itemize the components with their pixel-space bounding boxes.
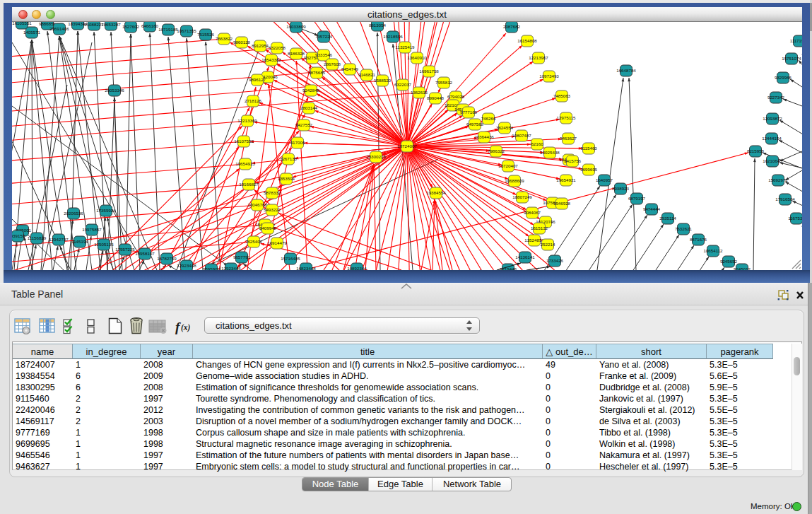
svg-text:2867608: 2867608	[324, 62, 341, 66]
svg-text:1615132: 1615132	[531, 226, 548, 230]
svg-text:7485063: 7485063	[553, 93, 571, 98]
svg-text:15692971: 15692971	[768, 177, 788, 182]
svg-text:10046768: 10046768	[247, 202, 267, 207]
svg-text:7357224: 7357224	[315, 34, 333, 39]
svg-text:15720407: 15720407	[498, 163, 518, 168]
svg-text:17916504: 17916504	[775, 197, 795, 201]
svg-text:8938923: 8938923	[612, 186, 630, 191]
svg-text:1733426: 1733426	[546, 258, 564, 263]
svg-text:19975857: 19975857	[82, 227, 102, 232]
svg-text:252214: 252214	[541, 242, 555, 247]
svg-text:11325419: 11325419	[395, 45, 415, 49]
svg-text:9595909: 9595909	[203, 267, 220, 270]
svg-text:10654112: 10654112	[703, 248, 723, 253]
svg-text:15716485: 15716485	[281, 256, 300, 261]
svg-text:9777169: 9777169	[460, 110, 478, 115]
svg-text:20053346: 20053346	[105, 88, 124, 93]
svg-text:12213369: 12213369	[237, 118, 257, 123]
svg-text:10807487: 10807487	[512, 133, 531, 138]
svg-text:17957225: 17957225	[115, 247, 135, 252]
svg-text:9245012: 9245012	[734, 267, 751, 270]
svg-text:11171954: 11171954	[790, 38, 802, 43]
svg-text:10688609: 10688609	[505, 178, 524, 183]
svg-text:16154808: 16154808	[517, 38, 537, 43]
svg-text:20691406: 20691406	[49, 26, 69, 31]
svg-text:1405571: 1405571	[23, 30, 41, 35]
svg-text:1353594: 1353594	[278, 176, 295, 181]
svg-text:7515526: 7515526	[197, 32, 215, 37]
svg-text:15751074: 15751074	[782, 56, 801, 61]
svg-text:9084067: 9084067	[524, 210, 541, 215]
svg-text:9657791: 9657791	[233, 255, 251, 259]
svg-text:19384554: 19384554	[426, 190, 446, 195]
svg-text:16914479: 16914479	[267, 240, 287, 245]
svg-text:16782759: 16782759	[157, 256, 177, 261]
svg-text:8186328: 8186328	[288, 51, 305, 56]
svg-text:10719185: 10719185	[158, 27, 178, 32]
svg-text:9860128: 9860128	[233, 40, 251, 45]
svg-text:10671355: 10671355	[177, 28, 196, 33]
svg-text:12975115: 12975115	[556, 115, 576, 120]
svg-text:f: f	[175, 320, 181, 334]
svg-text:(x): (x)	[181, 323, 191, 332]
svg-text:20206536: 20206536	[64, 211, 83, 216]
svg-text:20364436: 20364436	[474, 134, 494, 139]
svg-text:19166827: 19166827	[239, 182, 259, 187]
svg-text:8912954: 8912954	[252, 43, 269, 48]
svg-text:9227342: 9227342	[767, 95, 785, 100]
svg-text:417006: 417006	[290, 140, 305, 145]
svg-text:9115460: 9115460	[580, 146, 597, 151]
svg-text:7663822: 7663822	[216, 36, 233, 41]
svg-text:1527602: 1527602	[122, 24, 140, 29]
svg-text:6879197: 6879197	[628, 196, 646, 201]
svg-text:19654921: 19654921	[556, 177, 576, 182]
svg-text:5875685: 5875685	[308, 70, 326, 75]
svg-text:1167533: 1167533	[788, 216, 802, 221]
svg-text:1640957: 1640957	[596, 177, 613, 182]
svg-text:8990448: 8990448	[427, 95, 445, 100]
svg-text:18724007: 18724007	[397, 144, 417, 148]
svg-text:16033809: 16033809	[286, 24, 306, 29]
svg-text:12093872: 12093872	[763, 116, 782, 121]
svg-text:12444154: 12444154	[762, 136, 782, 141]
svg-text:23300215: 23300215	[366, 154, 386, 159]
svg-text:12942737: 12942737	[49, 237, 69, 242]
svg-text:9333546: 9333546	[315, 52, 333, 57]
svg-text:6466160: 6466160	[141, 23, 159, 28]
svg-text:18807249: 18807249	[512, 194, 532, 199]
svg-text:9409948: 9409948	[259, 226, 277, 230]
svg-text:12923448: 12923448	[177, 263, 196, 268]
svg-text:62160: 62160	[531, 141, 543, 146]
svg-text:6497568: 6497568	[466, 122, 484, 127]
svg-text:9427552: 9427552	[295, 122, 313, 127]
svg-text:10025438: 10025438	[540, 150, 560, 155]
svg-text:11156829: 11156829	[28, 235, 47, 240]
svg-text:9242848: 9242848	[302, 88, 320, 93]
svg-text:19654923: 19654923	[235, 161, 255, 166]
svg-text:9245652: 9245652	[720, 259, 738, 264]
svg-text:12505135: 12505135	[94, 242, 114, 247]
svg-text:19218596: 19218596	[383, 34, 403, 39]
svg-text:3624554: 3624554	[496, 125, 514, 130]
svg-text:8454749: 8454749	[341, 66, 359, 71]
svg-text:5493222: 5493222	[264, 207, 281, 212]
svg-text:7955812: 7955812	[435, 80, 453, 85]
svg-text:16823448: 16823448	[296, 266, 316, 270]
svg-text:2935114: 2935114	[659, 216, 676, 221]
svg-text:1362615: 1362615	[411, 90, 428, 95]
svg-text:9463627: 9463627	[560, 136, 577, 141]
svg-text:10653287: 10653287	[101, 22, 121, 27]
svg-text:2718126: 2718126	[245, 98, 262, 103]
svg-text:17359924: 17359924	[96, 208, 116, 213]
svg-text:6794028: 6794028	[447, 94, 465, 99]
svg-text:9146821: 9146821	[358, 72, 376, 77]
svg-text:14136141: 14136141	[515, 255, 535, 259]
svg-text:3267130: 3267130	[280, 156, 298, 161]
svg-text:12213967: 12213967	[529, 55, 548, 60]
svg-text:1145194: 1145194	[71, 239, 88, 244]
svg-text:6322037: 6322037	[394, 82, 412, 87]
svg-text:2087682: 2087682	[503, 24, 521, 29]
svg-text:10892344: 10892344	[347, 266, 367, 270]
svg-text:8813054: 8813054	[369, 23, 387, 28]
svg-text:5322058: 5322058	[269, 45, 286, 50]
